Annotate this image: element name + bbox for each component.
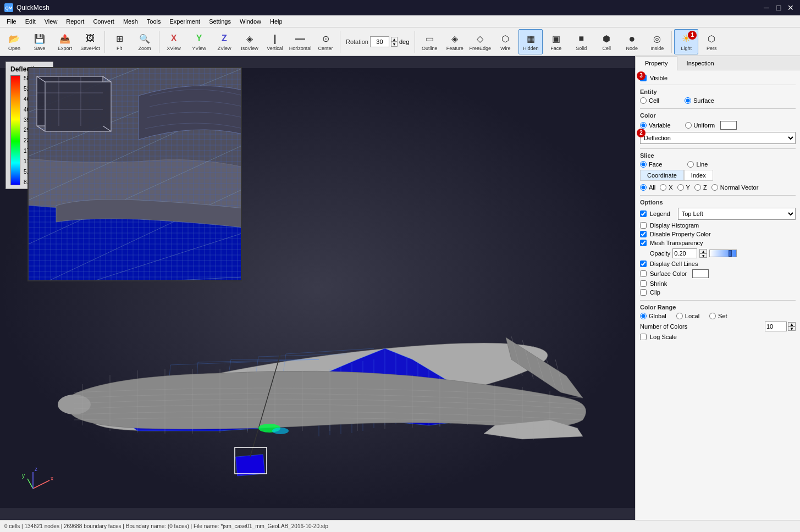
isoview-button[interactable]: ◈ IsoView xyxy=(238,29,262,54)
shrink-label: Shrink xyxy=(650,280,667,287)
surface-color-swatch[interactable] xyxy=(692,269,709,278)
num-colors-label: Number of Colors xyxy=(640,323,687,330)
save-button[interactable]: 💾 Save xyxy=(27,29,52,54)
xview-button[interactable]: X XView xyxy=(162,29,186,54)
zview-icon: Z xyxy=(218,32,231,45)
num-colors-down-button[interactable]: ▼ xyxy=(788,326,796,331)
range-set-radio[interactable] xyxy=(709,313,716,319)
entity-cell-radio[interactable] xyxy=(640,97,647,104)
slice-label: Slice xyxy=(640,152,796,159)
svg-rect-145 xyxy=(45,82,111,131)
rotation-up-button[interactable]: ▲ xyxy=(391,37,398,42)
uniform-color-swatch[interactable] xyxy=(720,121,737,130)
feature-label: Feature xyxy=(446,46,464,51)
export-button[interactable]: 📤 Export xyxy=(53,29,77,54)
wire-button[interactable]: ⬡ Wire xyxy=(493,29,517,54)
coord-x-radio[interactable] xyxy=(660,184,666,191)
zview-button[interactable]: Z ZView xyxy=(212,29,236,54)
display-cell-lines-checkbox[interactable] xyxy=(640,261,647,267)
range-local-radio[interactable] xyxy=(676,313,683,319)
menu-window[interactable]: Window xyxy=(235,17,266,26)
coord-z-radio[interactable] xyxy=(694,184,701,191)
slice-index-tab[interactable]: Index xyxy=(684,170,713,181)
vertical-label: Vertical xyxy=(267,46,283,51)
solid-button[interactable]: ■ Solid xyxy=(569,29,593,54)
viewport[interactable]: x y z Deflection 58.3689 52.532 46.6952 … xyxy=(0,56,635,520)
coord-all-radio[interactable] xyxy=(640,184,647,191)
menu-experiment[interactable]: Experiment xyxy=(165,17,205,26)
yview-button[interactable]: Y YView xyxy=(187,29,211,54)
zoom-icon: 🔍 xyxy=(138,32,151,45)
log-scale-checkbox[interactable] xyxy=(640,334,647,340)
freeedge-button[interactable]: ◇ FreeEdge xyxy=(468,29,492,54)
pers-button[interactable]: ⬡ Pers xyxy=(699,29,724,54)
opacity-up-button[interactable]: ▲ xyxy=(699,249,707,253)
face-button[interactable]: ▣ Face xyxy=(544,29,568,54)
inside-button[interactable]: ◎ Inside xyxy=(645,29,669,54)
savepict-button[interactable]: 🖼 SavePict xyxy=(78,29,102,54)
range-global-radio[interactable] xyxy=(640,313,647,319)
light-button[interactable]: ☀ Light 1 xyxy=(674,29,698,54)
feature-button[interactable]: ◈ Feature xyxy=(443,29,467,54)
color-variable-group: Variable xyxy=(640,122,671,129)
surface-color-checkbox[interactable] xyxy=(640,270,647,277)
mesh-transparency-checkbox[interactable] xyxy=(640,240,647,246)
menu-view[interactable]: View xyxy=(40,17,62,26)
color-uniform-radio[interactable] xyxy=(685,122,692,129)
menu-report[interactable]: Report xyxy=(62,17,89,26)
tab-inspection[interactable]: Inspection xyxy=(677,56,724,70)
coord-y-radio[interactable] xyxy=(677,184,684,191)
menu-edit[interactable]: Edit xyxy=(21,17,40,26)
svg-text:x: x xyxy=(51,475,53,481)
num-colors-input-row: ▲ ▼ xyxy=(765,322,796,331)
cell-button[interactable]: ⬢ Cell xyxy=(594,29,619,54)
slice-coord-tab[interactable]: Coordinate xyxy=(640,170,684,181)
node-button[interactable]: ● Node xyxy=(620,29,644,54)
rotation-down-button[interactable]: ▼ xyxy=(391,42,398,47)
opacity-input[interactable] xyxy=(672,248,697,258)
opacity-down-button[interactable]: ▼ xyxy=(699,253,707,258)
legend-checkbox[interactable] xyxy=(640,210,647,217)
title-bar-left: QM QuickMesh xyxy=(4,3,49,12)
rotation-group: Rotation ▲ ▼ deg xyxy=(343,36,412,47)
rotation-input[interactable] xyxy=(370,36,389,47)
slice-line-radio[interactable] xyxy=(687,161,694,168)
isoview-icon: ◈ xyxy=(243,32,256,45)
vertical-button[interactable]: | Vertical xyxy=(263,29,287,54)
open-button[interactable]: 📂 Open xyxy=(2,29,26,54)
menu-settings[interactable]: Settings xyxy=(205,17,235,26)
coord-normal-radio[interactable] xyxy=(711,184,718,191)
zoom-button[interactable]: 🔍 Zoom xyxy=(133,29,157,54)
disable-property-color-checkbox[interactable] xyxy=(640,231,647,237)
hidden-button[interactable]: ▦ Hidden xyxy=(518,29,543,54)
status-bar: 0 cells | 134821 nodes | 269688 boundary… xyxy=(0,520,800,532)
clip-checkbox[interactable] xyxy=(640,289,647,296)
color-bar xyxy=(10,75,20,185)
color-variable-radio[interactable] xyxy=(640,122,647,129)
num-colors-input[interactable] xyxy=(765,322,787,331)
slice-face-radio[interactable] xyxy=(640,161,647,168)
tab-property[interactable]: Property xyxy=(636,56,677,70)
histogram-checkbox[interactable] xyxy=(640,222,647,229)
menu-file[interactable]: File xyxy=(2,17,21,26)
menu-help[interactable]: Help xyxy=(266,17,287,26)
menu-tools[interactable]: Tools xyxy=(142,17,165,26)
menu-mesh[interactable]: Mesh xyxy=(119,17,142,26)
entity-surface-radio[interactable] xyxy=(685,97,691,104)
light-badge: 1 xyxy=(688,31,697,40)
deflection-dropdown[interactable]: Deflection Pressure Velocity Density xyxy=(640,132,796,144)
horizontal-button[interactable]: — Horizontal xyxy=(288,29,312,54)
close-button[interactable]: ✕ xyxy=(786,3,796,13)
legend-position-dropdown[interactable]: Top Left Top Right Bottom Left Bottom Ri… xyxy=(678,208,796,220)
face-icon: ▣ xyxy=(549,32,562,45)
center-button[interactable]: ⊙ Center xyxy=(313,29,338,54)
opacity-bar[interactable] xyxy=(709,250,737,257)
hidden-label: Hidden xyxy=(523,46,539,51)
maximize-button[interactable]: □ xyxy=(774,3,784,13)
menu-convert[interactable]: Convert xyxy=(89,17,119,26)
shrink-checkbox[interactable] xyxy=(640,280,647,287)
outline-button[interactable]: ▭ Outline xyxy=(417,29,442,54)
fit-button[interactable]: ⊞ Fit xyxy=(107,29,131,54)
color-variable-label: Variable xyxy=(649,122,671,129)
minimize-button[interactable]: ─ xyxy=(762,3,771,13)
